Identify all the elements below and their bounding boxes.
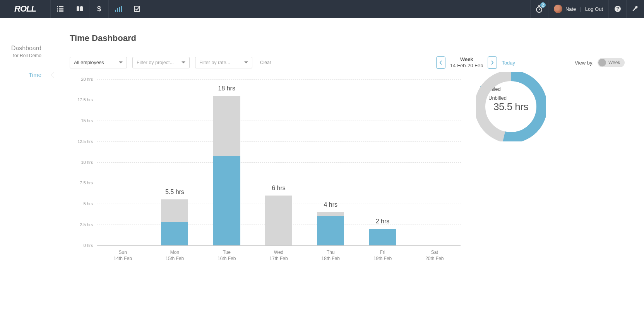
user-menu[interactable]: Nate | Log Out <box>548 0 608 18</box>
bar-unbilled[interactable] <box>161 199 188 222</box>
rate-placeholder: Filter by rate... <box>199 60 230 65</box>
svg-rect-3 <box>59 9 63 10</box>
bar-value-label: 6 hrs <box>252 185 306 192</box>
x-tick-label: Wed17th Feb <box>252 249 306 262</box>
chevron-right-icon <box>491 60 494 65</box>
view-by-control: View by: Week <box>575 58 625 67</box>
svg-line-14 <box>539 9 540 10</box>
bar-chart: 0 hrs2.5 hrs5 hrs7.5 hrs10 hrs12.5 hrs15… <box>74 79 461 276</box>
topbar: ROLL $ 2 Nate | Log Out ? <box>0 0 644 18</box>
sidebar-subtitle: for Roll Demo <box>0 53 50 58</box>
page-title: Time Dashboard <box>70 33 625 43</box>
svg-rect-13 <box>538 5 540 7</box>
svg-rect-7 <box>115 10 116 12</box>
caret-icon <box>244 61 248 65</box>
donut-chart: 35.5 hrs <box>476 72 546 141</box>
nav-chart-icon[interactable] <box>108 0 128 18</box>
wrench-icon <box>632 5 639 12</box>
next-week-button[interactable] <box>488 56 497 69</box>
sidebar: Dashboard for Roll Demo Time <box>0 18 50 313</box>
x-tick-label: Fri19th Feb <box>356 249 410 262</box>
caret-icon <box>182 61 185 65</box>
y-tick-label: 17.5 hrs <box>77 97 93 102</box>
donut-total-label: 35.5 hrs <box>476 72 546 141</box>
avatar <box>554 5 562 13</box>
bar-billed[interactable] <box>369 229 396 245</box>
nav-money-icon[interactable]: $ <box>89 0 108 18</box>
rate-dropdown[interactable]: Filter by rate... <box>195 57 252 68</box>
svg-rect-1 <box>59 6 63 7</box>
svg-text:$: $ <box>97 5 101 12</box>
nav-book-icon[interactable] <box>70 0 89 18</box>
sidebar-title[interactable]: Dashboard <box>0 45 50 52</box>
svg-rect-0 <box>57 6 58 7</box>
employees-dropdown[interactable]: All employees <box>70 57 127 68</box>
prev-week-button[interactable] <box>436 56 445 69</box>
x-tick-label: Sun14th Feb <box>96 249 150 262</box>
svg-rect-9 <box>119 7 120 12</box>
bar-billed[interactable] <box>317 216 344 245</box>
settings-button[interactable] <box>626 0 644 18</box>
chevron-left-icon <box>439 60 442 65</box>
main-content: Time Dashboard All employees Filter by p… <box>50 18 644 276</box>
bar-value-label: 4 hrs <box>303 201 358 208</box>
svg-rect-5 <box>59 10 63 12</box>
svg-rect-4 <box>57 10 58 12</box>
employees-value: All employees <box>74 60 104 65</box>
nav-list-icon[interactable] <box>50 0 70 18</box>
y-tick-label: 15 hrs <box>81 118 93 123</box>
toggle-knob <box>598 59 606 66</box>
logout-link[interactable]: Log Out <box>585 6 603 12</box>
y-tick-label: 5 hrs <box>84 201 93 206</box>
nav-check-icon[interactable] <box>128 0 147 18</box>
bar-unbilled[interactable] <box>317 212 344 216</box>
sidebar-item-time[interactable]: Time <box>0 71 50 78</box>
svg-rect-2 <box>57 9 58 10</box>
bar-value-label: 2 hrs <box>356 218 410 225</box>
project-dropdown[interactable]: Filter by project... <box>132 57 190 68</box>
caret-icon <box>119 61 123 65</box>
baseline <box>97 245 461 246</box>
nav-icon-group: $ <box>50 0 147 18</box>
timer-badge: 2 <box>540 2 546 8</box>
svg-text:?: ? <box>616 6 619 12</box>
topbar-right: 2 Nate | Log Out ? <box>530 0 644 18</box>
x-tick-label: Sat20th Feb <box>408 249 462 262</box>
bar-unbilled[interactable] <box>213 96 240 156</box>
y-tick-label: 0 hrs <box>84 243 93 248</box>
timer-button[interactable]: 2 <box>530 0 548 18</box>
y-tick-label: 12.5 hrs <box>77 139 93 144</box>
view-toggle[interactable]: Week <box>598 58 625 67</box>
bar-billed[interactable] <box>213 156 240 245</box>
filter-bar: All employees Filter by project... Filte… <box>70 56 625 69</box>
bar-value-label: 18 hrs <box>200 85 254 92</box>
bar-unbilled[interactable] <box>265 196 292 245</box>
y-tick-label: 2.5 hrs <box>80 222 93 227</box>
today-link[interactable]: Today <box>502 60 515 66</box>
project-placeholder: Filter by project... <box>137 60 174 65</box>
bars-layer: 5.5 hrs18 hrs6 hrs4 hrs2 hrs <box>97 79 461 245</box>
svg-rect-8 <box>117 8 118 12</box>
bar-value-label: 5.5 hrs <box>147 189 202 196</box>
y-tick-label: 10 hrs <box>81 160 93 165</box>
y-tick-label: 20 hrs <box>81 77 93 82</box>
help-button[interactable]: ? <box>608 0 626 18</box>
y-axis: 0 hrs2.5 hrs5 hrs7.5 hrs10 hrs12.5 hrs15… <box>74 79 93 245</box>
date-nav: Week 14 Feb-20 Feb Today <box>436 56 515 69</box>
username-label: Nate <box>565 6 576 12</box>
bar-billed[interactable] <box>161 222 188 245</box>
logo[interactable]: ROLL <box>0 4 50 14</box>
svg-rect-10 <box>121 6 122 12</box>
y-tick-label: 7.5 hrs <box>80 180 93 185</box>
x-tick-label: Thu18th Feb <box>303 249 358 262</box>
x-tick-label: Tue16th Feb <box>200 249 254 262</box>
help-icon: ? <box>614 5 621 12</box>
week-range: Week 14 Feb-20 Feb <box>450 56 483 69</box>
clear-filters-link[interactable]: Clear <box>260 60 271 65</box>
x-tick-label: Mon15th Feb <box>147 249 202 262</box>
